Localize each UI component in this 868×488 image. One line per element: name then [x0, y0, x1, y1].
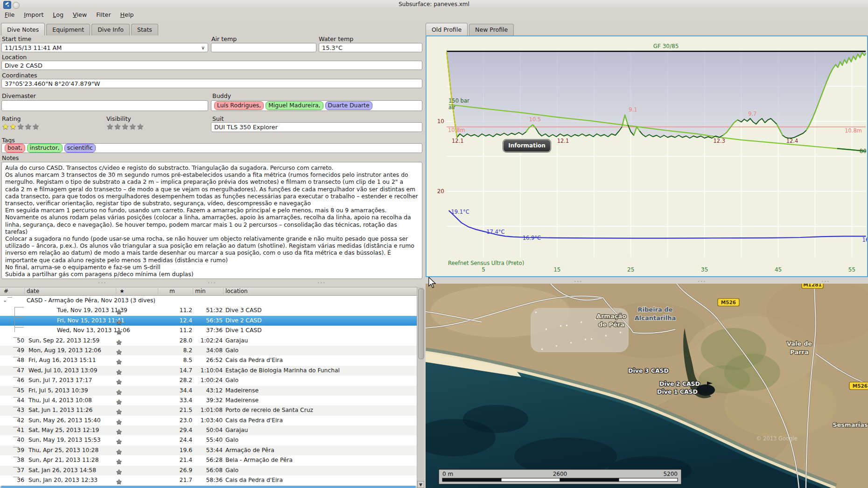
map-dive-site-label[interactable]: Dive 2 CASD: [659, 380, 700, 387]
menu-filter[interactable]: Filter: [91, 9, 115, 20]
notes-label: Notes: [2, 154, 19, 161]
pill-boat-[interactable]: boat,: [5, 144, 25, 153]
air-temp-label: Air temp: [211, 35, 237, 42]
menu-log[interactable]: Log: [48, 9, 68, 20]
max-depth-label: 12.4: [786, 138, 798, 144]
subsurface-window: { "window": { "title": "Subsurface: pane…: [0, 0, 868, 488]
tab-new-profile[interactable]: New Profile: [469, 24, 514, 35]
dive-row[interactable]: 37Sat, Jan 26, 2013 14:58★★★★★26.956:08G…: [0, 466, 417, 475]
gf-label: GF 30/85: [653, 43, 679, 49]
dive-row[interactable]: 42Sun, May 26, 2013 15:40★★★★★23.01:03:4…: [0, 416, 417, 425]
buddy-field[interactable]: Luís Rodrigues,Miguel Madureira,Duarte D…: [211, 100, 422, 111]
depth-area-fill: [447, 51, 866, 138]
visibility-label: Visibility: [106, 115, 131, 122]
col-header-depth[interactable]: m: [169, 288, 175, 294]
dive-trip-row[interactable]: ⌄CASD - Armação de Pêra, Nov 2013 (3 div…: [0, 296, 417, 306]
dive-row[interactable]: Fri, Nov 15, 2013 11:41★★★★★12.456:35Div…: [0, 316, 417, 326]
notes-textarea[interactable]: Aula do curso CASD. Transectos c/video e…: [1, 162, 422, 279]
map-label-sesmarias: Sesmarias: [833, 421, 868, 428]
dive-row[interactable]: 36Sun, Jan 20, 2013 12:33★★★★★21.758:36C…: [0, 475, 417, 485]
dive-row[interactable]: 43Sat, Jun 1, 2013 11:26★★★★★21.51:01:08…: [0, 405, 417, 415]
splitter-handle[interactable]: ···: [317, 279, 326, 286]
dive-row[interactable]: 50Sun, Sep 22, 2013 12:59★★★★★28.01:02:2…: [0, 336, 417, 346]
depth-tick: 20: [437, 188, 444, 195]
rating-stars[interactable]: ★★★★★: [2, 122, 40, 131]
map-label-vale: Parra: [790, 349, 809, 356]
splitter-handle[interactable]: ···: [208, 279, 216, 286]
dive-row[interactable]: 49Mon, Aug 19, 2013 12:06★★★★★8.234:08Ga…: [0, 346, 417, 356]
window-titlebar: Subsurface: paneves.xml: [0, 0, 868, 9]
visibility-stars[interactable]: ★★★★★: [106, 122, 144, 131]
dive-row[interactable]: 40Sun, May 19, 2013 15:53★★★★★24.455:40G…: [0, 435, 417, 445]
dive-row[interactable]: 38Sun, Apr 21, 2013 11:28★★★★★21.456:28B…: [0, 455, 417, 465]
col-header-stars[interactable]: ★: [119, 288, 125, 294]
dive-row[interactable]: 46Sun, Jul 7, 2013 17:17★★★★★28.21:00:24…: [0, 376, 417, 385]
expand-arrow-icon[interactable]: ⌄: [3, 297, 7, 303]
temperature-label: 17.4°C: [486, 229, 504, 235]
tab-dive-info[interactable]: Dive Info: [91, 24, 130, 35]
dive-computer-label: Reefnet Sensus Ultra (Preto): [448, 260, 524, 266]
menu-view[interactable]: View: [68, 9, 91, 20]
dive-list-header[interactable]: #date★mminlocation: [0, 287, 417, 296]
tab-old-profile[interactable]: Old Profile: [426, 23, 468, 35]
start-time-combobox[interactable]: 11/15/13 11:41 AM∨: [1, 43, 208, 52]
map-dive-site-label[interactable]: Dive 1 CASD: [657, 388, 698, 395]
profile-tab-bar: Old ProfileNew Profile: [426, 21, 515, 35]
divemaster-label: Divemaster: [2, 92, 36, 99]
pill-miguel-madureira-[interactable]: Miguel Madureira,: [266, 101, 323, 110]
dive-list-scrollbar[interactable]: ▼: [417, 287, 424, 488]
col-header-location[interactable]: location: [225, 288, 248, 294]
tab-dive-notes[interactable]: Dive Notes: [1, 23, 45, 35]
dive-row[interactable]: 48Fri, Aug 16, 2013 15:11★★★★★8.526:52Ca…: [0, 356, 417, 365]
map-copyright: © 2013 Google: [756, 435, 798, 442]
location-field[interactable]: Dive 2 CASD: [1, 61, 422, 70]
mean-depth-label: 10.8m: [845, 127, 862, 134]
menu-help[interactable]: Help: [116, 9, 139, 20]
pill-instructor-[interactable]: instructor,: [27, 144, 63, 153]
dive-row[interactable]: 39Thu, Apr 25, 2013 10:28★★★★★19.653:44A…: [0, 446, 417, 455]
tab-equipment[interactable]: Equipment: [46, 24, 90, 35]
left-tab-bar: Dive NotesEquipmentDive InfoStats: [1, 21, 160, 35]
pressure-start-label: 150 bar: [448, 98, 469, 104]
time-tick: 55: [848, 266, 855, 273]
gas-label: air: [448, 104, 455, 111]
pill-scientific[interactable]: scientific: [64, 144, 96, 153]
dive-row[interactable]: 45Fri, Jul 5, 2013 10:39★★★★★34.443:12Ma…: [0, 386, 417, 396]
map-dive-site-label[interactable]: Dive 3 CASD: [628, 367, 669, 374]
divemaster-field[interactable]: [1, 100, 208, 111]
dive-row[interactable]: Tue, Nov 19, 2013 11:39★★★★★11.251:32Div…: [0, 306, 417, 315]
time-tick: 15: [553, 266, 560, 273]
air-temp-field[interactable]: [211, 43, 316, 52]
scale-right: 5200: [663, 471, 678, 477]
coordinates-field[interactable]: 37°05'23.460"N 8°20'47.879"W: [1, 79, 422, 88]
chevron-down-icon[interactable]: ∨: [201, 45, 205, 51]
svg-text:M526: M526: [853, 383, 868, 389]
max-depth-label: 12.1: [557, 138, 569, 144]
tab-stats[interactable]: Stats: [131, 24, 158, 35]
map-label-vale: Vale de: [787, 340, 812, 347]
splitter-handle[interactable]: ···: [98, 279, 106, 286]
pill-duarte-duarte[interactable]: Duarte Duarte: [325, 101, 372, 110]
pressure-end-label: 80: [860, 148, 867, 154]
dive-list-horizontal-scrollbar[interactable]: [1, 486, 416, 488]
scrollbar-down-button[interactable]: ▼: [417, 481, 424, 488]
dive-row[interactable]: 47Wed, Jul 10, 2013 13:09★★★★★14.71:10:0…: [0, 366, 417, 376]
water-temp-field[interactable]: 15.3°C: [319, 43, 422, 52]
dive-row[interactable]: 41Sat, May 25, 2013 12:19★★★★★29.450:04G…: [0, 425, 417, 435]
col-header-duration[interactable]: min: [195, 288, 206, 294]
pill-luís-rodrigues-[interactable]: Luís Rodrigues,: [214, 101, 264, 110]
menu-import[interactable]: Import: [19, 9, 48, 20]
suit-field[interactable]: DUI TLS 350 Explorer: [211, 122, 422, 132]
map-label-ribeira: Ribeira de: [638, 306, 673, 313]
tags-field[interactable]: boat,instructor,scientific: [1, 143, 422, 153]
suit-label: Suit: [212, 115, 224, 122]
dive-site-map[interactable]: Armaçãode PêraRibeira deAlcantarilhaVale…: [426, 284, 868, 488]
col-header-num[interactable]: #: [4, 288, 8, 294]
col-header-date[interactable]: date: [27, 288, 39, 294]
information-button[interactable]: Information: [503, 139, 551, 152]
scrollbar-thumb[interactable]: [418, 288, 424, 359]
dive-row[interactable]: Wed, Nov 13, 2013 11:06★★★★★11.237:36Div…: [0, 326, 417, 335]
dive-row[interactable]: 44Thu, Jul 4, 2013 10:08★★★★★33.439:32Ma…: [0, 396, 417, 405]
svg-text:M1281: M1281: [803, 284, 822, 287]
menu-file[interactable]: File: [0, 9, 19, 20]
